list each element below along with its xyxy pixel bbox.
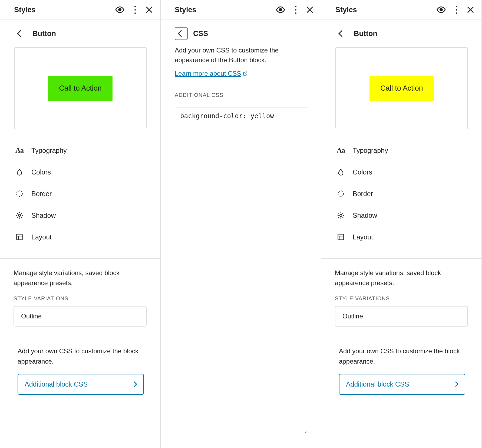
svg-line-9: [17, 217, 18, 218]
svg-point-14: [279, 9, 282, 11]
section-head: Button: [0, 19, 160, 40]
svg-point-16: [440, 9, 443, 11]
cta-button[interactable]: Call to Action: [369, 76, 434, 101]
border-label: Border: [353, 190, 373, 198]
preview-icon[interactable]: [115, 5, 125, 15]
back-button[interactable]: [175, 27, 188, 40]
css-description: Add your own CSS to customize the appear…: [161, 40, 321, 65]
typography-icon: Aa: [15, 146, 24, 155]
cta-button[interactable]: Call to Action: [48, 76, 113, 101]
svg-point-1: [17, 191, 22, 197]
more-options-icon[interactable]: [456, 6, 457, 14]
shadow-option[interactable]: Shadow: [14, 205, 147, 226]
svg-line-26: [342, 213, 343, 214]
layout-icon: [336, 232, 346, 242]
panel-title: Styles: [175, 6, 196, 14]
styles-panel-left: Styles Button Call to Action Aa Typograp…: [0, 0, 161, 448]
variation-outline[interactable]: Outline: [335, 306, 468, 327]
additional-css-button[interactable]: Additional block CSS: [18, 374, 144, 395]
learn-more-link[interactable]: Learn more about CSS: [175, 69, 247, 78]
typography-icon: Aa: [336, 146, 346, 155]
section-title: CSS: [193, 29, 208, 38]
svg-line-15: [245, 72, 247, 74]
variations-label: Style Variations: [14, 295, 147, 302]
block-preview: Call to Action: [0, 40, 160, 129]
svg-rect-11: [17, 234, 22, 240]
preview-icon[interactable]: [436, 5, 446, 15]
chevron-right-icon: [453, 381, 458, 387]
svg-line-8: [21, 217, 22, 218]
chevron-left-icon: [338, 30, 345, 37]
section-title: Button: [354, 29, 377, 38]
variations-label: Style Variations: [335, 295, 468, 302]
typography-option[interactable]: Aa Typography: [14, 140, 147, 161]
svg-point-0: [119, 9, 121, 11]
additional-css-section: Add your own CSS to customize the block …: [0, 335, 160, 405]
border-icon: [15, 189, 24, 199]
layout-icon: [15, 232, 24, 242]
variations-desc: Manage style variations, saved block app…: [335, 268, 468, 288]
back-button[interactable]: [335, 27, 348, 40]
kebab-icon: [295, 6, 296, 14]
border-icon: [336, 189, 346, 199]
svg-line-7: [17, 213, 18, 214]
external-link-icon: [243, 71, 247, 76]
style-options-list: Aa Typography Colors Border Shadow Lay: [0, 129, 160, 258]
css-button-label: Additional block CSS: [346, 380, 409, 388]
border-option[interactable]: Border: [14, 183, 147, 205]
layout-label: Layout: [31, 233, 52, 241]
section-head: Button: [321, 19, 481, 40]
svg-line-23: [338, 213, 339, 214]
more-options-icon[interactable]: [295, 6, 296, 14]
layout-option[interactable]: Layout: [335, 226, 468, 248]
additional-css-label: Additional CSS: [175, 92, 307, 98]
border-label: Border: [31, 190, 52, 198]
typography-option[interactable]: Aa Typography: [335, 140, 468, 161]
preview-box: Call to Action: [335, 47, 468, 129]
panel-title: Styles: [14, 6, 36, 14]
svg-point-18: [340, 214, 342, 216]
svg-line-25: [338, 217, 339, 218]
svg-line-10: [21, 213, 22, 214]
preview-box: Call to Action: [14, 47, 147, 129]
drop-icon: [336, 167, 346, 177]
chevron-left-icon: [17, 30, 24, 37]
layout-option[interactable]: Layout: [14, 226, 147, 248]
svg-point-17: [338, 191, 344, 197]
typography-label: Typography: [353, 147, 388, 154]
shadow-label: Shadow: [353, 212, 377, 219]
border-option[interactable]: Border: [335, 183, 468, 205]
header-actions: [276, 5, 313, 15]
close-icon[interactable]: [467, 6, 474, 13]
colors-option[interactable]: Colors: [14, 161, 147, 183]
styles-panel-center: Styles CSS Add your own CSS to customize…: [161, 0, 321, 448]
preview-icon[interactable]: [276, 5, 285, 15]
variation-outline[interactable]: Outline: [14, 306, 147, 327]
sun-icon: [336, 210, 346, 220]
additional-css-section: Add your own CSS to customize the block …: [321, 335, 481, 405]
chevron-right-icon: [132, 381, 137, 387]
header-actions: [115, 5, 153, 15]
css-button-label: Additional block CSS: [25, 380, 88, 388]
colors-label: Colors: [353, 168, 372, 176]
layout-label: Layout: [353, 233, 373, 241]
header-actions: [436, 5, 474, 15]
style-variations-section: Manage style variations, saved block app…: [321, 258, 481, 335]
colors-label: Colors: [31, 168, 51, 176]
close-icon[interactable]: [306, 6, 313, 13]
section-title: Button: [32, 29, 56, 38]
close-icon[interactable]: [146, 6, 153, 13]
shadow-option[interactable]: Shadow: [335, 205, 468, 226]
style-variations-section: Manage style variations, saved block app…: [0, 258, 160, 335]
styles-panel-right: Styles Button Call to Action Aa Typograp…: [321, 0, 482, 448]
colors-option[interactable]: Colors: [335, 161, 468, 183]
additional-css-textarea[interactable]: [175, 107, 307, 434]
panel-title: Styles: [335, 6, 357, 14]
back-button[interactable]: [14, 27, 27, 40]
additional-css-button[interactable]: Additional block CSS: [339, 374, 465, 395]
svg-point-2: [18, 214, 21, 216]
block-preview: Call to Action: [321, 40, 481, 129]
shadow-label: Shadow: [31, 212, 56, 219]
css-desc: Add your own CSS to customize the block …: [339, 346, 465, 366]
more-options-icon[interactable]: [134, 6, 136, 14]
